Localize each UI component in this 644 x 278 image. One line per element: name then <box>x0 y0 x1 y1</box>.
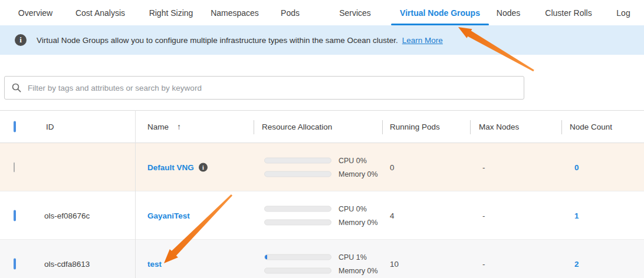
memory-progress-bar <box>264 171 331 177</box>
node-count-link[interactable]: 2 <box>574 260 579 269</box>
table-header-row: ID Name ↑ Resource Allocation Running Po… <box>0 111 644 143</box>
column-header-name-label: Name <box>147 123 169 131</box>
vng-name-link[interactable]: Default VNG <box>147 163 194 171</box>
search-input[interactable] <box>28 84 517 92</box>
tab-overview[interactable]: Overview <box>18 0 52 25</box>
column-divider <box>135 110 136 278</box>
tab-right-sizing[interactable]: Right Sizing <box>149 0 193 25</box>
tab-cost-analysis[interactable]: Cost Analysis <box>75 0 125 25</box>
tab-pods[interactable]: Pods <box>281 0 300 25</box>
resource-allocation-cell: CPU 0% Memory 0% <box>264 156 385 178</box>
select-all-checkbox[interactable] <box>14 121 16 133</box>
memory-usage-label: Memory 0% <box>339 267 385 275</box>
tab-namespaces[interactable]: Namespaces <box>211 0 259 25</box>
max-nodes-value: - <box>482 211 485 220</box>
memory-progress-bar <box>264 219 331 225</box>
column-header-name[interactable]: Name ↑ <box>147 122 181 131</box>
node-count-link[interactable]: 0 <box>574 163 579 171</box>
cluster-tab-bar: Overview Cost Analysis Right Sizing Name… <box>0 0 644 25</box>
column-header-max-nodes[interactable]: Max Nodes <box>479 123 519 131</box>
memory-usage-label: Memory 0% <box>339 218 385 226</box>
filter-search-bar <box>4 76 524 100</box>
vng-table: ID Name ↑ Resource Allocation Running Po… <box>0 110 644 278</box>
search-icon <box>12 83 21 92</box>
vng-id: ols-cdfa8613 <box>44 260 90 269</box>
table-row-gayanitest: ols-ef08676c GayaniTest CPU 0% Memory 0%… <box>0 191 644 240</box>
vng-name-link[interactable]: GayaniTest <box>147 211 190 220</box>
cpu-progress-bar <box>264 206 331 211</box>
running-pods-value: 10 <box>390 260 399 269</box>
max-nodes-value: - <box>482 163 485 171</box>
learn-more-link[interactable]: Learn More <box>402 36 443 45</box>
max-nodes-value: - <box>482 260 485 269</box>
row-checkbox-disabled <box>14 162 15 172</box>
header-divider <box>561 120 562 134</box>
column-header-running-pods[interactable]: Running Pods <box>390 123 440 131</box>
vng-info-icon[interactable]: i <box>199 163 208 171</box>
row-checkbox[interactable] <box>14 259 16 270</box>
header-divider <box>382 120 383 134</box>
running-pods-value: 4 <box>390 211 395 220</box>
memory-usage-label: Memory 0% <box>339 170 385 178</box>
cpu-usage-label: CPU 0% <box>339 204 385 213</box>
cpu-progress-bar <box>264 254 331 260</box>
resource-allocation-cell: CPU 0% Memory 0% <box>264 204 385 226</box>
cpu-usage-label: CPU 0% <box>339 156 385 164</box>
tab-cluster-rolls[interactable]: Cluster Rolls <box>545 0 592 25</box>
tab-virtual-node-groups[interactable]: Virtual Node Groups <box>400 0 480 25</box>
column-header-node-count[interactable]: Node Count <box>570 123 612 131</box>
header-divider <box>254 120 254 134</box>
cpu-progress-bar <box>264 157 331 163</box>
column-header-resource-allocation[interactable]: Resource Allocation <box>262 123 332 131</box>
tab-services[interactable]: Services <box>339 0 371 25</box>
resource-allocation-cell: CPU 1% Memory 0% <box>264 253 385 275</box>
tab-log[interactable]: Log <box>616 0 630 25</box>
running-pods-value: 0 <box>390 163 395 171</box>
column-header-id[interactable]: ID <box>46 123 54 131</box>
info-banner-text: Virtual Node Groups allow you to configu… <box>37 36 398 45</box>
vng-id: ols-ef08676c <box>44 211 90 220</box>
virtual-node-groups-page: Overview Cost Analysis Right Sizing Name… <box>0 0 644 278</box>
info-banner: i Virtual Node Groups allow you to confi… <box>0 25 644 55</box>
tab-nodes[interactable]: Nodes <box>497 0 520 25</box>
table-row-default-vng: Default VNG i CPU 0% Memory 0% 0 - 0 <box>0 143 644 191</box>
memory-progress-bar <box>264 268 331 274</box>
row-checkbox[interactable] <box>14 210 16 221</box>
node-count-link[interactable]: 1 <box>574 211 579 220</box>
table-row-test: ols-cdfa8613 test CPU 1% Memory 0% 10 - … <box>0 240 644 278</box>
info-icon: i <box>15 34 27 46</box>
cpu-usage-label: CPU 1% <box>339 253 385 262</box>
vng-name-link[interactable]: test <box>147 260 162 269</box>
header-divider <box>470 120 471 134</box>
sort-ascending-icon[interactable]: ↑ <box>177 122 181 131</box>
